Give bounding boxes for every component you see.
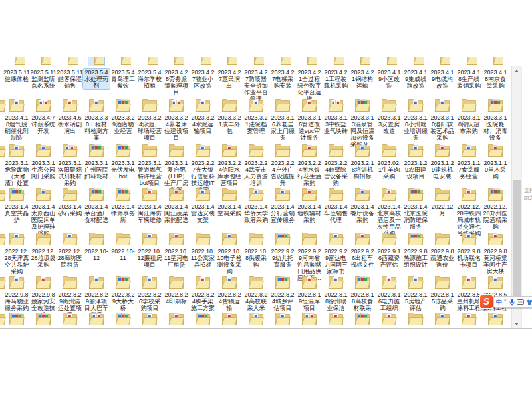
folder-icon [168,311,184,327]
folder-icon [0,186,6,202]
folder-label: 2022.9.16西藏资产评估 [376,248,402,268]
folder-label: 2022.10.12廉租房项目 [136,248,163,268]
folder-icon [248,97,264,113]
folder-icon [328,311,344,327]
folder-icon [115,231,131,247]
folder-icon [142,274,158,290]
folder-icon [174,57,184,66]
folder-label: 2022.12.28天津真空共晶炉采购 [3,248,30,275]
folder-icon [280,57,291,66]
folder-icon [195,274,211,290]
folder-icon [41,57,51,66]
folder-icon [115,97,131,113]
folder-label: 2022.9.8海马物业服务采购 [3,291,30,311]
folder-label: 2023.3.1危险废物（大修渣）处置 [3,160,30,186]
folder-icon [461,274,477,290]
folder-icon [275,186,291,202]
folder-icon [301,274,317,290]
folder-icon [168,142,184,158]
sogou-logo-icon[interactable]: S [479,294,494,309]
folder-label: 2023.3.16管道改造epc审计服务 [296,114,323,141]
scrollbar-down-arrow-icon[interactable] [512,319,521,328]
folder-label: 2023.1.4空调采购 [216,203,243,217]
folder-label: 2022.9.8黄河桥梁车间生产房大楼 [482,248,509,275]
folder-label: 2023.5.11皓客保湿销售 [57,69,83,89]
folder-icon [461,142,477,158]
folder-label: 2022.8.15房地产评估 [402,291,429,311]
folder-icon [35,186,51,202]
folder-icon [67,57,78,66]
folder-icon [466,57,477,66]
folder-label: 2022.10.8供暖采购 [243,248,269,268]
ime-keyboard-icon[interactable] [517,299,524,305]
folder-icon [248,231,264,247]
folder-icon [195,142,211,158]
folder-label: 2023.3.10小州就业培训服务 [402,114,429,141]
folder-icon [248,186,264,202]
folder-icon [461,97,477,113]
folder-label: 2022.8.24脚手架施工方案 [190,291,216,311]
folder-label: 2023.3.24水泥运输项目 [190,114,216,134]
ime-microphone-icon[interactable] [509,299,515,306]
folder-label: 2023.4.19小区改造 [376,69,402,89]
folder-label: 2023.3.1洛阳聚烷试剂耗材采购 [57,160,83,186]
folder-label: 2022.8.5兰州机场涂料工程 [456,291,482,311]
folder-icon [168,274,184,290]
folder-label: 2023.1.4茅台酒厂食材配送 [83,203,110,223]
folder-icon [147,57,158,66]
folder-icon [413,57,424,66]
folder-label: 2023.4.28劳务派遣监理项目 [163,69,190,96]
folder-label: 2023.3.13中铁盐业气块砖 [323,114,349,134]
folder-icon [301,142,317,158]
folder-label: 2022.12.28郑州医院酒精采购 [482,203,509,230]
folder-icon [142,311,158,327]
folder-icon [354,231,370,247]
folder-label: 2023.3.1生态公园闸门采购 [30,160,57,180]
folder-icon [35,231,51,247]
folder-icon [88,231,104,247]
folder-label: 2022.9.8疏通农业询价 [429,248,456,268]
folder-label: 2022.8.18高校食材联采 [349,291,376,311]
folder-label: 2023.1.10苗木采购 [482,160,509,180]
ime-skin-icon[interactable] [526,299,532,305]
folder-icon [9,274,25,290]
scrollbar-thumb[interactable] [513,180,522,307]
folder-label: 2022.10-11 [110,248,136,261]
folder-icon [115,186,131,202]
folder-label: 2022.8.24货物运输 [216,291,243,311]
folder-icon [200,57,211,66]
folder-label: 2022.12.28垃圾袋采购 [30,248,57,268]
folder-label: 2023.2.24衡水银行花生油采购 [296,160,323,186]
folder-label: 2023.5.4青岛理工餐饮 [110,69,136,89]
folder-icon [221,231,237,247]
folder-label: 2022.8.24高校联采大米 [243,291,269,311]
folder-label: 2023.1.17食堂服务经营 [456,160,482,180]
folder-icon [354,97,370,113]
folder-icon [354,186,370,202]
folder-icon [221,142,237,158]
folder-label: 2023.4.7讨薪系统开发 [30,114,57,134]
preview-pane: 选择 的文 [521,66,532,328]
ime-punctuation-button[interactable]: °, [504,297,507,307]
folder-label: 2022.9.29富达电力国网三家标书 [323,248,349,275]
folder-label: 2023.4.27物业小区改造 [190,69,216,89]
folder-label: 2023.3.10部队超市采购 [456,114,482,134]
folder-icon [354,274,370,290]
folder-label: 2022.8.18徐州物业保洁 [323,291,349,311]
folder-icon [142,97,158,113]
folder-label: 2023.4.19集成线路改造 [402,69,429,89]
folder-icon [0,97,6,113]
folder-icon [381,274,397,290]
folder-icon [221,274,237,290]
ime-chinese-mode-button[interactable]: 中 [496,297,502,307]
folder-icon [14,57,25,66]
scrollbar-up-arrow-icon[interactable] [512,66,521,75]
ime-button-bar[interactable]: 中 °, [493,296,532,308]
folder-icon [195,231,211,247]
folder-icon [168,186,184,202]
vertical-scrollbar[interactable] [511,66,522,328]
folder-icon [221,186,237,202]
folder-label: 2023.4.19电缆沟改造 [429,69,456,89]
folder-icon [0,142,6,158]
folder-icon [94,57,104,66]
